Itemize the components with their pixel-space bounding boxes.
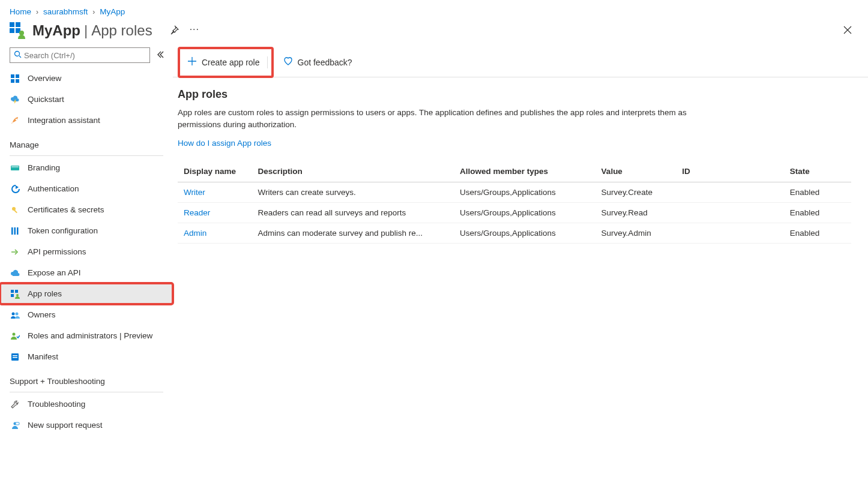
- app-icon: [10, 22, 26, 39]
- svg-rect-27: [13, 357, 17, 358]
- title-app: MyApp: [32, 22, 80, 39]
- collapse-sidebar-icon[interactable]: [156, 50, 164, 61]
- table-header[interactable]: Value: [595, 162, 677, 182]
- sidebar-item-branding[interactable]: Branding: [0, 157, 173, 178]
- sidebar-item-troubleshoot[interactable]: Troubleshooting: [0, 394, 173, 415]
- key-icon: [10, 205, 20, 215]
- sidebar-item-label: Owners: [28, 310, 56, 319]
- page-title-row: MyApp | App roles ···: [0, 20, 868, 47]
- table-header[interactable]: ID: [676, 162, 784, 182]
- table-header[interactable]: Description: [252, 162, 454, 182]
- sidebar-item-label: Integration assistant: [28, 116, 100, 125]
- nav-heading-manage: Manage: [0, 131, 173, 152]
- sidebar-item-label: Certificates & secrets: [28, 205, 104, 214]
- cloud-bolt-icon: [10, 94, 20, 105]
- role-types: Users/Groups,Applications: [454, 203, 595, 223]
- sidebar-item-expose[interactable]: Expose an API: [0, 262, 173, 283]
- role-name-link[interactable]: Admin: [178, 223, 252, 244]
- svg-rect-8: [11, 79, 14, 83]
- table-row: AdminAdmins can moderate survey and publ…: [178, 223, 851, 244]
- toolbar-separator: [267, 56, 268, 68]
- role-desc: Readers can read all surveys and reports: [252, 203, 454, 223]
- content-heading: App roles: [178, 88, 851, 101]
- table-row: WriterWriters can create surveys.Users/G…: [178, 182, 851, 203]
- sidebar-item-roles-admin[interactable]: Roles and administrators | Preview: [0, 325, 173, 346]
- svg-point-21: [16, 294, 19, 296]
- sidebar-item-label: Token configuration: [28, 226, 98, 235]
- sidebar-item-app-roles[interactable]: App roles: [0, 283, 173, 304]
- tag-icon: [10, 163, 20, 173]
- role-state: Enabled: [784, 223, 851, 244]
- svg-rect-18: [11, 290, 14, 293]
- grid-user-icon: [10, 289, 20, 299]
- role-state: Enabled: [784, 182, 851, 203]
- roles-table: Display nameDescriptionAllowed member ty…: [178, 162, 851, 244]
- search-input-wrap[interactable]: [10, 47, 150, 63]
- sidebar-item-label: App roles: [28, 289, 62, 298]
- sidebar-item-label: Expose an API: [28, 268, 81, 277]
- page-title: MyApp | App roles: [32, 22, 152, 39]
- sidebar-item-label: Quickstart: [28, 95, 64, 104]
- role-name-link[interactable]: Writer: [178, 182, 252, 203]
- sidebar-item-quickstart[interactable]: Quickstart: [0, 89, 173, 110]
- help-link[interactable]: How do I assign App roles: [178, 139, 271, 148]
- table-header[interactable]: Allowed member types: [454, 162, 595, 182]
- svg-rect-15: [11, 227, 13, 235]
- table-row: ReaderReaders can read all surveys and r…: [178, 203, 851, 223]
- breadcrumb-user[interactable]: saurabhmsft: [43, 7, 88, 16]
- admin-icon: [10, 331, 20, 341]
- sidebar-item-label: Manifest: [28, 352, 58, 361]
- svg-rect-7: [16, 74, 19, 78]
- sidebar-item-label: New support request: [28, 421, 103, 430]
- svg-rect-2: [10, 28, 14, 33]
- close-icon[interactable]: [843, 25, 858, 37]
- heart-icon: [283, 56, 293, 68]
- sidebar-item-token[interactable]: Token configuration: [0, 220, 173, 241]
- svg-point-10: [16, 118, 17, 119]
- sidebar-item-overview[interactable]: Overview: [0, 68, 173, 89]
- cloud-icon: [10, 268, 20, 278]
- breadcrumb-app[interactable]: MyApp: [100, 7, 125, 16]
- sidebar-item-certificates[interactable]: Certificates & secrets: [0, 199, 173, 220]
- table-header[interactable]: State: [784, 162, 851, 182]
- sidebar-item-api-perm[interactable]: API permissions: [0, 241, 173, 262]
- sidebar-item-manifest[interactable]: Manifest: [0, 346, 173, 367]
- role-state: Enabled: [784, 203, 851, 223]
- search-input[interactable]: [24, 51, 146, 60]
- breadcrumb-home[interactable]: Home: [10, 7, 31, 16]
- grid-icon: [10, 73, 20, 84]
- rocket-icon: [10, 115, 20, 126]
- sidebar-item-label: Roles and administrators | Preview: [28, 331, 152, 340]
- sidebar-item-integration[interactable]: Integration assistant: [0, 110, 173, 131]
- create-app-role-button[interactable]: Create app role: [181, 49, 266, 76]
- feedback-button[interactable]: Got feedback?: [277, 53, 358, 71]
- role-types: Users/Groups,Applications: [454, 182, 595, 203]
- bars-icon: [10, 226, 20, 236]
- table-header[interactable]: Display name: [178, 162, 252, 182]
- svg-rect-14: [14, 209, 17, 213]
- sidebar-item-label: Troubleshooting: [28, 400, 85, 409]
- role-id: [676, 182, 784, 203]
- pin-icon[interactable]: [169, 25, 179, 37]
- content-area: App roles App roles are custom roles to …: [173, 77, 868, 244]
- svg-point-4: [19, 31, 24, 35]
- svg-rect-1: [16, 22, 20, 27]
- chevron-right-icon: ›: [92, 8, 95, 16]
- role-name-link[interactable]: Reader: [178, 203, 252, 223]
- svg-rect-0: [10, 22, 14, 27]
- sidebar-item-label: Authentication: [28, 184, 79, 193]
- breadcrumb: Home › saurabhmsft › MyApp: [0, 0, 868, 20]
- sidebar-item-new-request[interactable]: New support request: [0, 415, 173, 436]
- auth-icon: [10, 184, 20, 194]
- role-id: [676, 223, 784, 244]
- perm-icon: [10, 247, 20, 257]
- sidebar-item-authentication[interactable]: Authentication: [0, 178, 173, 199]
- role-value: Survey.Create: [595, 182, 677, 203]
- svg-point-23: [16, 312, 19, 315]
- users-icon: [10, 310, 20, 320]
- sidebar-item-label: API permissions: [28, 247, 86, 256]
- svg-rect-9: [16, 79, 19, 83]
- more-icon[interactable]: ···: [190, 24, 199, 37]
- manifest-icon: [10, 352, 20, 362]
- sidebar-item-owners[interactable]: Owners: [0, 304, 173, 325]
